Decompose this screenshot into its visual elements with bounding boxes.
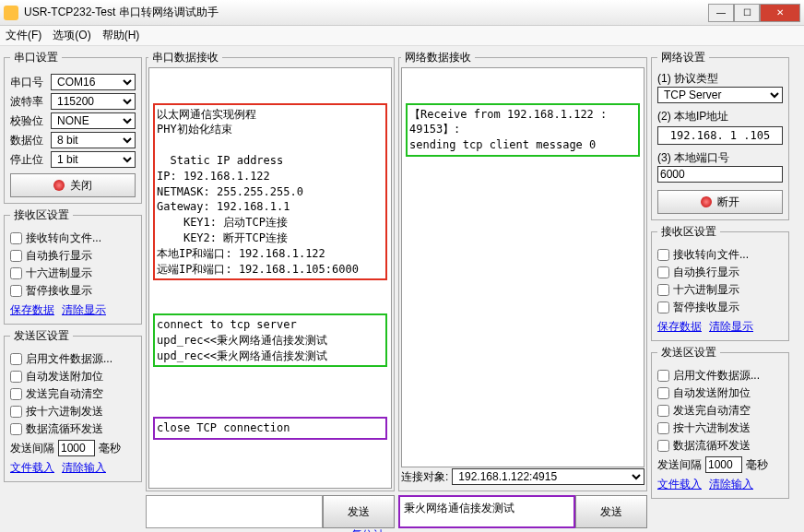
net-hex-send-check[interactable] <box>657 422 669 434</box>
local-ip-input[interactable]: 192.168. 1 .105 <box>657 126 783 145</box>
menu-help[interactable]: 帮助(H) <box>102 28 140 43</box>
hex-send-check[interactable] <box>10 406 22 418</box>
serial-close-button[interactable]: 关闭 <box>10 173 136 197</box>
databits-select[interactable]: 8 bit <box>51 132 136 148</box>
stopbits-select[interactable]: 1 bit <box>51 151 136 168</box>
app-icon <box>4 6 18 20</box>
serial-recv-block2: connect to tcp server upd_rec<<秉火网络通信接发测… <box>153 313 387 367</box>
net-clear-display-link[interactable]: 清除显示 <box>709 319 753 335</box>
net-send-button[interactable]: 发送 <box>575 495 647 528</box>
serial-recv-group: 串口数据接收 以太网通信实现例程 PHY初始化结束 Static IP addr… <box>146 50 395 491</box>
serial-send-settings-group: 发送区设置 启用文件数据源... 自动发送附加位 发送完自动清空 按十六进制发送… <box>4 328 142 482</box>
net-auto-wrap-check[interactable] <box>657 266 669 278</box>
net-send-settings-group: 发送区设置 启用文件数据源... 自动发送附加位 发送完自动清空 按十六进制发送… <box>651 345 789 499</box>
interval-input[interactable] <box>58 440 95 456</box>
auto-clear-check[interactable] <box>10 388 22 400</box>
net-auto-append-check[interactable] <box>657 387 669 399</box>
auto-append-check[interactable] <box>10 371 22 383</box>
net-recv-textarea[interactable]: 【Receive from 192.168.1.122 : 49153】: se… <box>401 67 644 467</box>
close-button[interactable]: ✕ <box>760 4 800 22</box>
window-title: USR-TCP232-Test 串口转网络调试助手 <box>24 5 708 20</box>
clear-display-link[interactable]: 清除显示 <box>62 302 106 318</box>
file-load-link[interactable]: 文件载入 <box>10 460 54 476</box>
minimize-button[interactable]: — <box>708 4 734 22</box>
menu-file[interactable]: 文件(F) <box>6 28 41 43</box>
parity-select[interactable]: NONE <box>51 112 136 129</box>
recv-to-file-check[interactable] <box>10 232 22 244</box>
net-auto-clear-check[interactable] <box>657 405 669 417</box>
serial-send-input[interactable] <box>146 495 323 528</box>
baud-select[interactable]: 115200 <box>51 93 136 110</box>
net-pause-recv-check[interactable] <box>657 301 669 313</box>
protocol-select[interactable]: TCP Server <box>657 87 783 103</box>
serial-recv-block3: close TCP connection <box>153 417 387 440</box>
serial-recv-settings-group: 接收区设置 接收转向文件... 自动换行显示 十六进制显示 暂停接收显示 保存数… <box>4 207 142 325</box>
net-file-source-check[interactable] <box>657 370 669 382</box>
serial-send-button[interactable]: 发送 <box>323 495 395 528</box>
connect-target-select[interactable]: 192.168.1.122:4915 <box>452 468 644 485</box>
loop-send-check[interactable] <box>10 423 22 435</box>
net-hex-display-check[interactable] <box>657 284 669 296</box>
clear-input-link[interactable]: 清除输入 <box>62 460 106 476</box>
serial-recv-block1: 以太网通信实现例程 PHY初始化结束 Static IP address IP:… <box>153 103 387 281</box>
net-send-input[interactable]: 秉火网络通信接发测试 <box>398 495 575 528</box>
hex-display-check[interactable] <box>10 267 22 279</box>
save-data-link[interactable]: 保存数据 <box>10 302 54 318</box>
net-recv-to-file-check[interactable] <box>657 249 669 261</box>
file-source-check[interactable] <box>10 353 22 365</box>
net-interval-input[interactable] <box>705 456 742 473</box>
local-port-input[interactable] <box>657 166 783 183</box>
net-file-load-link[interactable]: 文件载入 <box>657 477 702 492</box>
connect-target-label: 连接对象: <box>401 469 448 485</box>
record-icon <box>53 180 65 191</box>
net-recv-group: 网络数据接收 【Receive from 192.168.1.122 : 491… <box>398 50 647 491</box>
serial-recv-textarea[interactable]: 以太网通信实现例程 PHY初始化结束 Static IP address IP:… <box>148 67 392 489</box>
net-save-data-link[interactable]: 保存数据 <box>657 319 702 335</box>
auto-wrap-check[interactable] <box>10 250 22 262</box>
net-loop-send-check[interactable] <box>657 440 669 452</box>
record-icon <box>701 196 712 207</box>
menu-options[interactable]: 选项(O) <box>53 28 90 43</box>
maximize-button[interactable]: ☐ <box>734 4 760 22</box>
net-settings-group: 网络设置 (1) 协议类型 TCP Server (2) 本地IP地址 192.… <box>651 50 789 220</box>
serial-settings-group: 串口设置 串口号COM16 波特率115200 校验位NONE 数据位8 bit… <box>4 50 142 204</box>
net-clear-input-link[interactable]: 清除输入 <box>709 477 753 492</box>
com-port-select[interactable]: COM16 <box>51 74 136 90</box>
net-disconnect-button[interactable]: 断开 <box>657 190 783 214</box>
net-recv-block1: 【Receive from 192.168.1.122 : 49153】: se… <box>406 103 640 157</box>
pause-recv-check[interactable] <box>10 285 22 297</box>
net-recv-settings-group: 接收区设置 接收转向文件... 自动换行显示 十六进制显示 暂停接收显示 保存数… <box>651 224 789 341</box>
